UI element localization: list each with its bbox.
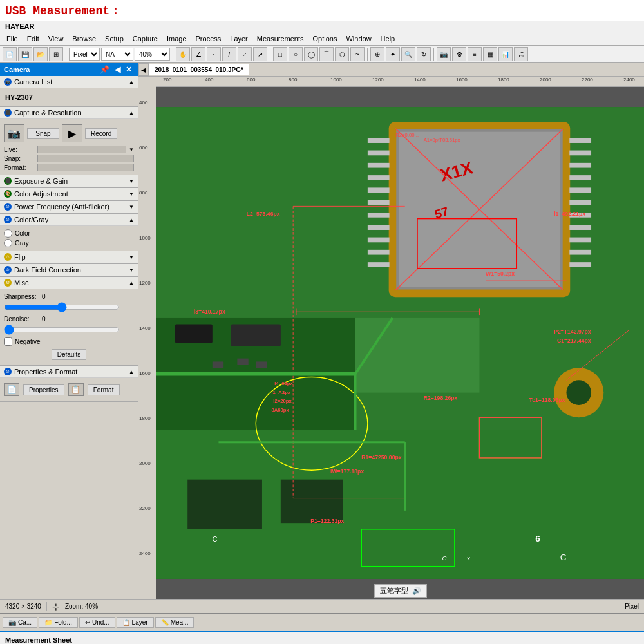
- bottom-tab-undo[interactable]: ↩ Und...: [79, 617, 115, 628]
- ruler-v-1000: 1000: [139, 235, 151, 241]
- section-misc-header[interactable]: ⚙ Misc ▲: [0, 277, 138, 289]
- sharpness-slider[interactable]: [4, 303, 120, 312]
- rotate-button[interactable]: ↻: [417, 47, 431, 61]
- dark-field-label: Dark Field Correction: [14, 266, 81, 274]
- menu-image[interactable]: Image: [163, 33, 191, 44]
- zoom-in-button[interactable]: 🔍: [401, 47, 415, 61]
- spline-button[interactable]: ~: [350, 47, 365, 61]
- negative-row: Negative: [4, 337, 134, 346]
- menu-layer[interactable]: Layer: [226, 33, 252, 44]
- pan-button[interactable]: ✋: [176, 47, 190, 61]
- ellipse-button[interactable]: ◯: [304, 47, 318, 61]
- bottom-tab-folder[interactable]: 📁 Fold...: [39, 617, 78, 628]
- svg-text:l3=410.17px: l3=410.17px: [194, 308, 225, 315]
- properties-button[interactable]: Properties: [23, 384, 64, 395]
- gray-radio[interactable]: [4, 239, 12, 247]
- menu-options[interactable]: Options: [309, 33, 341, 44]
- settings-btn[interactable]: ⚙: [452, 47, 466, 61]
- measurement-tab-label: Mea...: [171, 619, 189, 626]
- arrow-button[interactable]: ↗: [253, 47, 267, 61]
- bottom-tabs: 📷 Ca... 📁 Fold... ↩ Und... 📋 Layer 📏 Mea…: [0, 613, 644, 631]
- section-camera-list-header[interactable]: 📷 Camera List ▲: [0, 76, 138, 88]
- record-button[interactable]: Record: [85, 128, 117, 139]
- menu-window[interactable]: Window: [342, 33, 375, 44]
- unit-select[interactable]: Pixel mm μm: [69, 48, 100, 61]
- section-capture: ⬛ Capture & Resolution ▲ 📷 Snap ▶ Record…: [0, 107, 138, 175]
- align-btn[interactable]: ≡: [468, 47, 482, 61]
- menu-setup[interactable]: Setup: [101, 33, 128, 44]
- section-dark-field-header[interactable]: ⊙ Dark Field Correction ▼: [0, 264, 138, 276]
- color-radio[interactable]: [4, 229, 12, 238]
- negative-checkbox[interactable]: [4, 337, 12, 346]
- cursor-button[interactable]: ⊕: [370, 47, 384, 61]
- menu-browse[interactable]: Browse: [68, 33, 100, 44]
- capture-btn[interactable]: 📷: [437, 47, 451, 61]
- menu-file[interactable]: File: [3, 33, 22, 44]
- save-button[interactable]: 💾: [18, 47, 32, 61]
- polygon-button[interactable]: ⬡: [335, 47, 349, 61]
- section-flip-header[interactable]: ⚠ Flip ▼: [0, 251, 138, 263]
- svg-rect-79: [237, 359, 248, 365]
- image-tab[interactable]: 2018_0101_003554_010.JPG*: [149, 64, 249, 75]
- dot-button[interactable]: ·: [207, 47, 221, 61]
- snap-row: Snap:: [4, 154, 134, 163]
- properties-content: 📄 Properties 📋 Format: [0, 378, 138, 401]
- format-button[interactable]: Format: [88, 384, 120, 395]
- zoom-select[interactable]: 40% 25% 50% 100%: [135, 48, 170, 61]
- new-button[interactable]: 📄: [3, 47, 17, 61]
- defaults-button[interactable]: Defaults: [52, 349, 87, 360]
- ruler-h-1000: 1000: [330, 77, 342, 82]
- line-button[interactable]: /: [222, 47, 236, 61]
- na-select[interactable]: NA: [101, 48, 133, 61]
- section-misc: ⚙ Misc ▲ Sharpness: 0 Denoise: 0: [0, 277, 138, 366]
- menu-measurements[interactable]: Measurements: [253, 33, 308, 44]
- section-color-adj-header[interactable]: 🎨 Color Adjustment ▼: [0, 188, 138, 200]
- bottom-tab-camera[interactable]: 📷 Ca...: [3, 617, 37, 628]
- denoise-slider[interactable]: [4, 325, 120, 334]
- grid-button[interactable]: ⊞: [49, 47, 63, 61]
- section-capture-header[interactable]: ⬛ Capture & Resolution ▲: [0, 107, 138, 119]
- table-btn[interactable]: ▦: [483, 47, 497, 61]
- ruler-h-2200: 2200: [582, 77, 593, 82]
- camera-tab-label: Ca...: [18, 619, 32, 626]
- ime-sound-icon[interactable]: 🔊: [412, 587, 421, 595]
- section-color-gray-header[interactable]: ⊙ Color/Gray ▲: [0, 214, 138, 226]
- misc-icon: ⚙: [4, 279, 12, 287]
- menu-process[interactable]: Process: [192, 33, 225, 44]
- menu-help[interactable]: Help: [377, 33, 399, 44]
- image-container[interactable]: X1X 57: [156, 87, 644, 599]
- section-exposure-header[interactable]: ⬛ Exposure & Gain ▼: [0, 175, 138, 187]
- chart-btn[interactable]: 📊: [498, 47, 513, 61]
- ruler-h-1400: 1400: [414, 77, 426, 82]
- panel-pin-button[interactable]: 📌: [98, 65, 111, 74]
- dark-field-icon: ⊙: [4, 266, 12, 274]
- move-button[interactable]: ✦: [386, 47, 400, 61]
- ime-bar[interactable]: 五笔字型 🔊: [374, 584, 427, 598]
- open-button[interactable]: 📂: [33, 47, 48, 61]
- angle-button[interactable]: ∠: [191, 47, 205, 61]
- menu-edit[interactable]: Edit: [23, 33, 43, 44]
- tab-nav-left[interactable]: ◀: [138, 63, 149, 76]
- snap-button[interactable]: Snap: [27, 128, 59, 139]
- bottom-tab-layer[interactable]: 📋 Layer: [117, 617, 154, 628]
- svg-point-33: [566, 380, 591, 405]
- camera-name[interactable]: HY-2307: [4, 91, 134, 104]
- menu-view[interactable]: View: [44, 33, 68, 44]
- panel-close-button[interactable]: ✕: [124, 65, 134, 74]
- polyline-button[interactable]: ⟋: [238, 47, 252, 61]
- panel-nav-left[interactable]: ◀: [113, 65, 122, 74]
- ruler-v-1600: 1600: [139, 370, 151, 376]
- menu-capture[interactable]: Capture: [129, 33, 162, 44]
- print-btn[interactable]: 🖨: [514, 47, 528, 61]
- exposure-icon: ⬛: [4, 177, 12, 185]
- toolbar-sep-4: [367, 48, 368, 61]
- svg-rect-13: [368, 175, 390, 180]
- ruler-h-600: 600: [247, 77, 255, 82]
- arc-button[interactable]: ⌒: [319, 47, 334, 61]
- rect-button[interactable]: □: [273, 47, 287, 61]
- bottom-tab-measurement[interactable]: 📏 Mea...: [155, 617, 194, 628]
- ruler-v-600: 600: [139, 145, 147, 151]
- circle-button[interactable]: ○: [289, 47, 303, 61]
- section-power-freq-header[interactable]: ⊙ Power Frequency (Anti-flicker) ▼: [0, 201, 138, 213]
- section-properties-header[interactable]: ⊙ Properties & Format ▲: [0, 366, 138, 378]
